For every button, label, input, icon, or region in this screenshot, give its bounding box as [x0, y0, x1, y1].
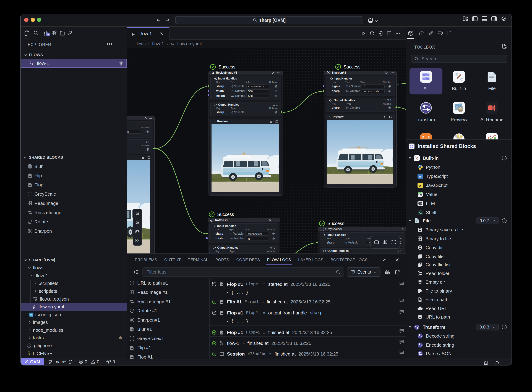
svg-text:TS: TS	[30, 314, 33, 316]
svg-text:JS: JS	[418, 184, 422, 187]
svg-text:TS: TS	[418, 175, 422, 178]
